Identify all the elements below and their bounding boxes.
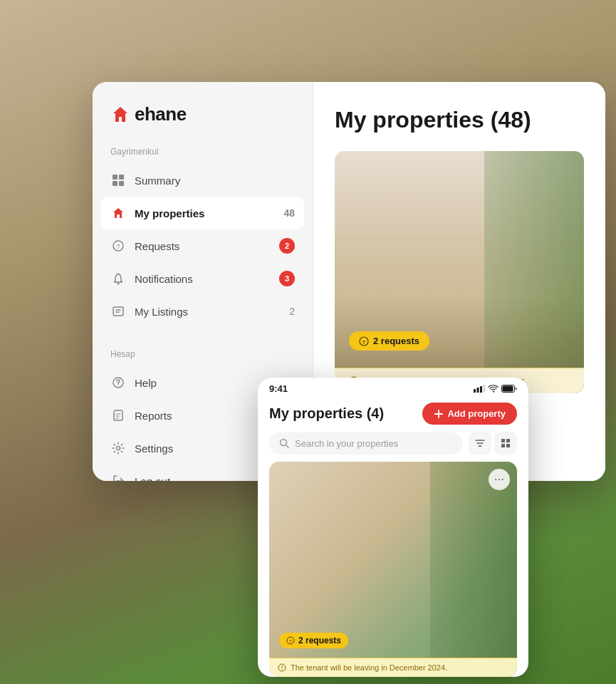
- notifications-label: Notifications: [135, 273, 193, 285]
- add-property-button[interactable]: Add property: [422, 403, 517, 425]
- logo-icon: [110, 105, 130, 125]
- summary-icon: [110, 172, 126, 188]
- my-properties-icon: [110, 205, 126, 221]
- mobile-property-card: ⋯ ? 2 requests The tenant will be leavin…: [269, 462, 517, 677]
- svg-rect-0: [113, 175, 118, 180]
- mobile-notification-icon: [278, 663, 286, 672]
- logout-icon: [110, 473, 126, 481]
- logout-label: Log out: [135, 475, 170, 482]
- logo-text: ehane: [135, 103, 187, 125]
- svg-point-22: [281, 440, 287, 446]
- settings-icon: [110, 440, 126, 456]
- summary-label: Summary: [135, 175, 180, 187]
- help-label: Help: [135, 377, 157, 389]
- section-label-gayrimenkul: Gayrimenkul: [93, 147, 313, 164]
- my-listings-label: My Listings: [135, 306, 188, 318]
- sidebar-item-my-listings[interactable]: My Listings 2: [93, 295, 313, 328]
- mobile-notification-bar: The tenant will be leaving in December 2…: [269, 658, 517, 677]
- mobile-status-bar: 9:41: [258, 378, 528, 397]
- svg-rect-21: [503, 386, 513, 392]
- mobile-time: 9:41: [269, 383, 288, 394]
- view-toggle: [469, 432, 517, 455]
- my-properties-count: 48: [283, 207, 295, 219]
- svg-rect-10: [114, 410, 122, 420]
- mobile-page-title: My properties (4): [269, 405, 384, 422]
- sidebar-item-summary[interactable]: Summary: [93, 164, 313, 197]
- svg-point-11: [117, 447, 120, 450]
- mobile-search-area: Search in your properties: [258, 432, 528, 462]
- battery-icon: [501, 385, 517, 393]
- svg-text:?: ?: [289, 639, 292, 643]
- svg-rect-18: [480, 386, 482, 393]
- my-properties-label: My properties: [135, 207, 204, 219]
- property-card-desktop: ? 2 requests The tenant will be leaving …: [335, 151, 584, 393]
- requests-label: Requests: [135, 240, 179, 252]
- svg-point-9: [118, 385, 119, 386]
- svg-rect-7: [113, 307, 123, 316]
- mobile-requests-icon: ?: [286, 636, 295, 645]
- my-listings-count: 2: [289, 306, 295, 317]
- requests-badge-desktop: ? 2 requests: [349, 331, 429, 351]
- plus-icon: [434, 409, 444, 419]
- add-property-label: Add property: [447, 408, 506, 419]
- svg-rect-26: [506, 444, 510, 447]
- svg-rect-19: [484, 385, 486, 393]
- svg-rect-25: [501, 444, 505, 447]
- notifications-badge: 3: [279, 271, 295, 286]
- status-icons: [474, 385, 517, 393]
- filter-button[interactable]: [469, 432, 491, 455]
- my-listings-icon: [110, 304, 126, 319]
- grid-icon: [501, 438, 511, 448]
- requests-badge-icon: ?: [359, 336, 369, 346]
- reports-label: Reports: [135, 410, 172, 422]
- search-bar[interactable]: Search in your properties: [269, 432, 463, 455]
- more-options-button[interactable]: ⋯: [489, 469, 510, 490]
- svg-text:?: ?: [116, 243, 120, 250]
- mobile-requests-text: 2 requests: [298, 636, 341, 646]
- svg-rect-3: [119, 181, 124, 186]
- wifi-icon: [488, 385, 498, 393]
- property-image: [335, 151, 584, 393]
- mobile-notification-text: The tenant will be leaving in December 2…: [291, 663, 447, 672]
- svg-point-30: [282, 669, 283, 670]
- svg-rect-16: [474, 389, 476, 393]
- search-icon: [279, 438, 289, 448]
- mobile-header: My properties (4) Add property: [258, 397, 528, 432]
- help-icon: [110, 375, 126, 390]
- section-label-hesap: Hesap: [93, 349, 313, 366]
- settings-label: Settings: [135, 442, 173, 455]
- logo-area: ehane: [93, 103, 313, 147]
- svg-rect-2: [113, 181, 118, 186]
- notifications-icon: [110, 271, 126, 286]
- sidebar-item-my-properties[interactable]: My properties 48: [101, 197, 304, 229]
- page-title: My properties (48): [335, 107, 584, 133]
- grid-view-button[interactable]: [494, 432, 517, 455]
- signal-icon: [474, 385, 485, 393]
- filter-icon: [475, 439, 485, 447]
- requests-badge-text: 2 requests: [373, 336, 419, 346]
- svg-rect-23: [501, 439, 505, 442]
- sidebar-item-requests[interactable]: ? Requests 2: [93, 229, 313, 262]
- svg-rect-17: [477, 388, 479, 393]
- svg-point-6: [118, 283, 120, 285]
- mobile-overlay: 9:41 My properties (4): [258, 378, 528, 677]
- svg-rect-24: [506, 439, 510, 442]
- svg-rect-1: [119, 175, 124, 180]
- svg-text:?: ?: [362, 339, 365, 344]
- mobile-requests-badge: ? 2 requests: [279, 633, 348, 648]
- requests-badge: 2: [279, 238, 295, 254]
- reports-icon: [110, 408, 126, 423]
- search-placeholder: Search in your properties: [295, 438, 398, 449]
- requests-icon: ?: [110, 238, 126, 254]
- sidebar-item-notifications[interactable]: Notifications 3: [93, 262, 313, 295]
